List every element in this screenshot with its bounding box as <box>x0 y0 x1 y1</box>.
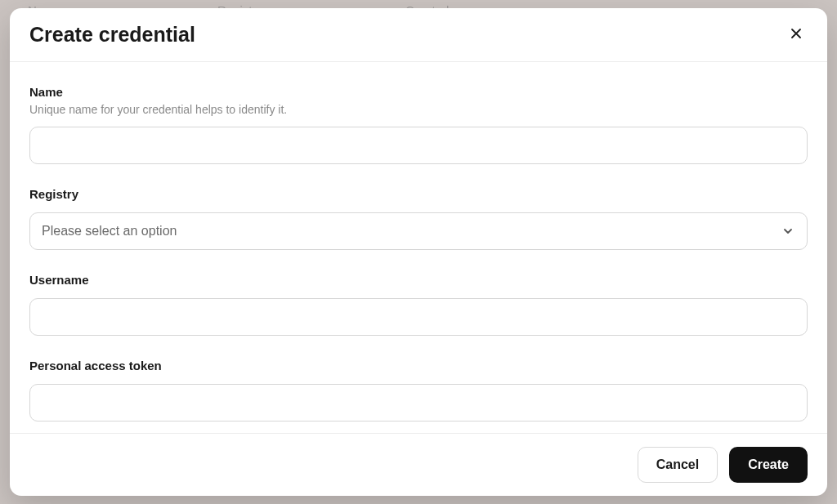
name-hint: Unique name for your credential helps to… <box>29 102 808 118</box>
registry-select[interactable]: Please select an option <box>29 212 808 250</box>
field-name: Name Unique name for your credential hel… <box>29 85 808 164</box>
registry-select-wrap: Please select an option <box>29 212 808 250</box>
username-label: Username <box>29 273 808 287</box>
field-username: Username <box>29 273 808 336</box>
modal-title: Create credential <box>29 23 195 47</box>
field-registry: Registry Please select an option <box>29 187 808 250</box>
modal-header: Create credential <box>10 8 827 62</box>
name-input[interactable] <box>29 127 808 164</box>
token-input[interactable] <box>29 384 808 421</box>
cancel-button[interactable]: Cancel <box>638 447 718 483</box>
close-button[interactable] <box>785 24 808 47</box>
create-credential-modal: Create credential Name Unique name for y… <box>10 8 827 496</box>
close-icon <box>790 27 803 42</box>
modal-footer: Cancel Create <box>10 433 827 496</box>
username-input[interactable] <box>29 298 808 336</box>
token-label: Personal access token <box>29 359 808 372</box>
modal-body: Name Unique name for your credential hel… <box>10 62 827 433</box>
name-label: Name <box>29 85 808 99</box>
field-token: Personal access token <box>29 359 808 421</box>
create-button[interactable]: Create <box>729 447 808 483</box>
registry-label: Registry <box>29 187 808 201</box>
